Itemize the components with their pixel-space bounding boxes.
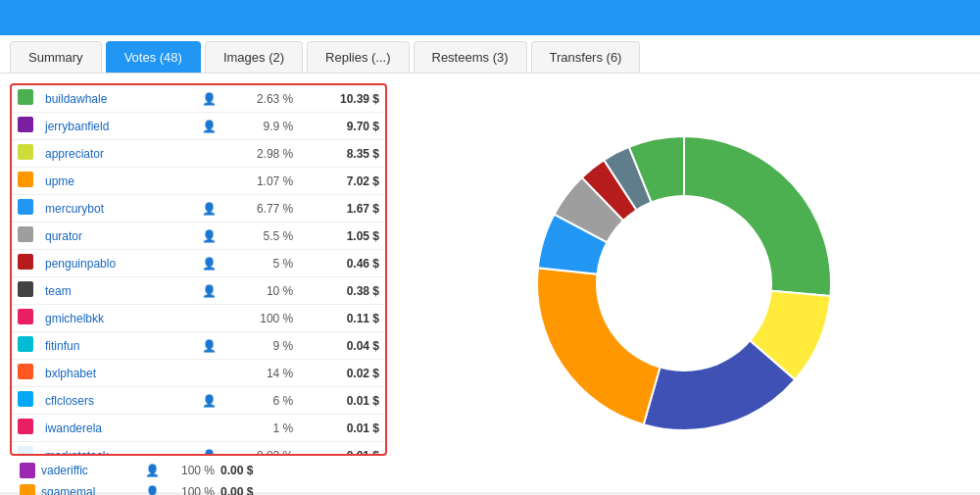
vote-amount: 8.35 $ (299, 140, 385, 168)
tab-images[interactable]: Images (2) (205, 41, 303, 73)
voter-name[interactable]: cflclosers (39, 387, 196, 415)
vote-amount: 0.11 $ (299, 305, 385, 332)
color-cell (12, 305, 39, 332)
color-cell (12, 168, 39, 195)
donut-chart (527, 126, 841, 440)
person-icon (196, 305, 222, 332)
vote-amount: 0.01 $ (299, 415, 385, 442)
voter-name[interactable]: penguinpablo (39, 250, 196, 277)
person-icon: 👤 (196, 113, 222, 140)
table-row: marketstack 👤 0.02 % 0.01 $ (12, 442, 385, 457)
vote-amount: 1.05 $ (299, 223, 385, 250)
vote-pct: 5.5 % (222, 223, 300, 250)
tab-bar: Summary Votes (48) Images (2) Replies (.… (0, 35, 980, 74)
voter-name[interactable]: buildawhale (39, 85, 196, 113)
person-icon: 👤 (196, 442, 222, 457)
vote-pct: 1 % (222, 415, 300, 442)
color-swatch (18, 364, 33, 379)
vote-amount: 9.70 $ (299, 113, 385, 140)
person-icon (196, 360, 222, 387)
table-row: jerrybanfield 👤 9.9 % 9.70 $ (12, 113, 385, 140)
color-cell (12, 113, 39, 140)
voter-name[interactable]: jerrybanfield (39, 113, 196, 140)
color-cell (12, 277, 39, 305)
person-icon: 👤 (196, 250, 222, 277)
voter-name[interactable]: team (39, 277, 196, 305)
color-cell (12, 332, 39, 360)
color-swatch (18, 199, 33, 215)
extra-vote-row: sqamemal 👤 100 % 0.00 $ (20, 481, 377, 495)
vote-pct: 100 % (166, 464, 215, 477)
vote-amount: 1.67 $ (299, 195, 385, 223)
header-bar (0, 0, 980, 35)
voter-name[interactable]: qurator (39, 223, 196, 250)
svg-point-0 (596, 195, 772, 371)
vote-pct: 2.63 % (222, 85, 300, 113)
chart-container (397, 83, 970, 482)
color-cell (12, 223, 39, 250)
person-icon: 👤 (196, 85, 222, 113)
color-cell (12, 360, 39, 387)
vote-amount: 0.01 $ (299, 442, 385, 457)
tab-votes[interactable]: Votes (48) (106, 41, 201, 73)
tab-transfers[interactable]: Transfers (6) (531, 41, 641, 73)
vote-amount: 0.00 $ (220, 464, 253, 477)
color-cell (12, 195, 39, 223)
votes-section: buildawhale 👤 2.63 % 10.39 $ jerrybanfie… (10, 83, 387, 482)
vote-pct: 9 % (222, 332, 300, 360)
color-cell (12, 415, 39, 442)
table-row: team 👤 10 % 0.38 $ (12, 277, 385, 305)
vote-pct: 9.9 % (222, 113, 300, 140)
color-swatch (18, 144, 33, 160)
person-icon: 👤 (196, 277, 222, 305)
color-cell (12, 250, 39, 277)
voter-name[interactable]: marketstack (39, 442, 196, 457)
voter-name[interactable]: fitinfun (39, 332, 196, 360)
vote-pct: 14 % (222, 360, 300, 387)
person-icon: 👤 (145, 464, 160, 477)
voter-name[interactable]: appreciator (39, 140, 196, 168)
table-row: bxlphabet 14 % 0.02 $ (12, 360, 385, 387)
color-swatch (18, 281, 33, 297)
vote-pct: 100 % (166, 485, 215, 495)
color-cell (12, 387, 39, 415)
voter-name[interactable]: vaderiffic (41, 464, 139, 477)
table-row: penguinpablo 👤 5 % 0.46 $ (12, 250, 385, 277)
table-row: cflclosers 👤 6 % 0.01 $ (12, 387, 385, 415)
table-row: gmichelbkk 100 % 0.11 $ (12, 305, 385, 332)
person-icon (196, 168, 222, 195)
extra-vote-row: vaderiffic 👤 100 % 0.00 $ (20, 460, 377, 481)
color-swatch (18, 172, 33, 187)
vote-pct: 10 % (222, 277, 300, 305)
extra-rows: vaderiffic 👤 100 % 0.00 $ sqamemal 👤 100… (10, 456, 387, 495)
tab-resteems[interactable]: Resteems (3) (414, 41, 527, 73)
voter-name[interactable]: sqamemal (41, 485, 139, 495)
person-icon: 👤 (196, 195, 222, 223)
table-row: buildawhale 👤 2.63 % 10.39 $ (12, 85, 385, 113)
vote-amount: 0.46 $ (299, 250, 385, 277)
color-swatch (18, 89, 33, 105)
color-cell (12, 85, 39, 113)
color-swatch (18, 419, 33, 434)
person-icon: 👤 (145, 485, 160, 495)
vote-amount: 0.38 $ (299, 277, 385, 305)
tab-summary[interactable]: Summary (10, 41, 102, 73)
person-icon (196, 415, 222, 442)
vote-pct: 6.77 % (222, 195, 300, 223)
vote-amount: 0.04 $ (299, 332, 385, 360)
color-swatch (18, 336, 33, 352)
tab-replies[interactable]: Replies (...) (307, 41, 409, 73)
color-swatch (18, 446, 33, 456)
voter-name[interactable]: gmichelbkk (39, 305, 196, 332)
person-icon: 👤 (196, 387, 222, 415)
vote-pct: 1.07 % (222, 168, 300, 195)
votes-table-container: buildawhale 👤 2.63 % 10.39 $ jerrybanfie… (10, 83, 387, 456)
voter-name[interactable]: bxlphabet (39, 360, 196, 387)
vote-amount: 10.39 $ (299, 85, 385, 113)
vote-amount: 7.02 $ (299, 168, 385, 195)
voter-name[interactable]: iwanderela (39, 415, 196, 442)
voter-name[interactable]: mercurybot (39, 195, 196, 223)
voter-name[interactable]: upme (39, 168, 196, 195)
table-row: iwanderela 1 % 0.01 $ (12, 415, 385, 442)
table-row: fitinfun 👤 9 % 0.04 $ (12, 332, 385, 360)
